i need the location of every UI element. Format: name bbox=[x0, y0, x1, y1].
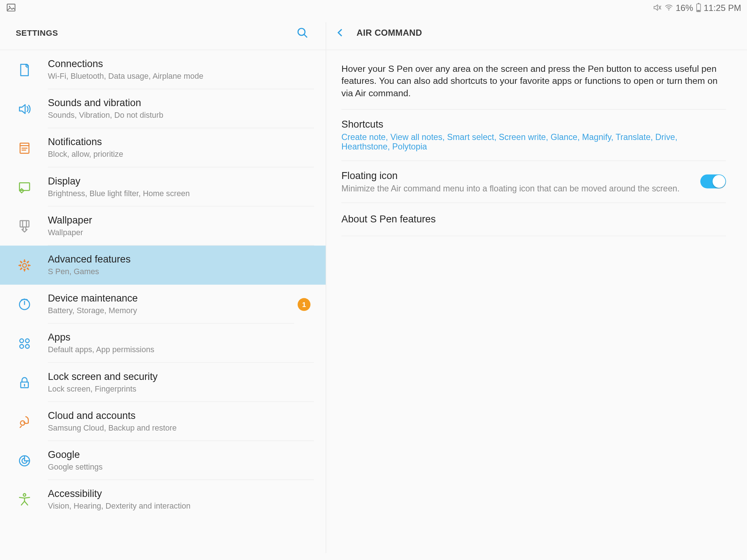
sidebar-item-apps[interactable]: AppsDefault apps, App permissions bbox=[0, 324, 326, 363]
svg-rect-16 bbox=[20, 220, 29, 226]
about-spen-row[interactable]: About S Pen features bbox=[341, 203, 726, 236]
sidebar-item-title: Sounds and vibration bbox=[48, 97, 314, 109]
floating-icon-toggle[interactable] bbox=[700, 175, 726, 188]
sidebar-item-text: DisplayBrightness, Blue light filter, Ho… bbox=[48, 176, 314, 207]
about-spen-title: About S Pen features bbox=[341, 213, 726, 225]
detail-title: AIR COMMAND bbox=[357, 27, 422, 37]
sidebar-item-title: Connections bbox=[48, 58, 314, 70]
sidebar-item-subtitle: Google settings bbox=[48, 463, 314, 471]
detail-header: AIR COMMAND bbox=[326, 15, 747, 50]
floating-icon-row[interactable]: Floating icon Minimize the Air command m… bbox=[341, 161, 726, 203]
sidebar-item-subtitle: Wi-Fi, Bluetooth, Data usage, Airplane m… bbox=[48, 72, 314, 81]
lock-icon bbox=[16, 374, 33, 390]
sidebar-item-subtitle: S Pen, Games bbox=[48, 267, 314, 276]
floating-icon-sub: Minimize the Air command menu into a flo… bbox=[341, 184, 680, 193]
detail-pane: AIR COMMAND Hover your S Pen over any ar… bbox=[326, 15, 747, 560]
sidebar-item-connections[interactable]: ConnectionsWi-Fi, Bluetooth, Data usage,… bbox=[0, 50, 326, 89]
sidebar-header: SETTINGS bbox=[0, 15, 326, 50]
wallpaper-icon bbox=[16, 218, 33, 234]
sidebar-item-title: Lock screen and security bbox=[48, 371, 314, 383]
sidebar-item-subtitle: Wallpaper bbox=[48, 228, 314, 237]
accessibility-icon bbox=[16, 491, 33, 508]
connections-icon bbox=[16, 62, 33, 78]
sidebar-item-text: Sounds and vibrationSounds, Vibration, D… bbox=[48, 97, 314, 128]
sound-icon bbox=[16, 101, 33, 117]
sidebar-item-title: Apps bbox=[48, 332, 314, 343]
maintenance-icon bbox=[16, 296, 33, 312]
mute-icon bbox=[652, 3, 662, 12]
search-button[interactable] bbox=[295, 26, 309, 39]
sidebar-item-advanced-features[interactable]: Advanced featuresS Pen, Games bbox=[0, 246, 326, 285]
sidebar-item-title: Cloud and accounts bbox=[48, 410, 314, 422]
chevron-left-icon bbox=[334, 27, 346, 38]
sidebar-item-text: NotificationsBlock, allow, prioritize bbox=[48, 136, 314, 167]
sidebar-item-device-maintenance[interactable]: Device maintenanceBattery, Storage, Memo… bbox=[0, 285, 326, 324]
svg-line-9 bbox=[304, 34, 307, 37]
sidebar-item-text: WallpaperWallpaper bbox=[48, 215, 314, 246]
sidebar-title: SETTINGS bbox=[16, 28, 58, 37]
sidebar-item-lock-screen-and-security[interactable]: Lock screen and securityLock screen, Fin… bbox=[0, 363, 326, 402]
sidebar-item-sounds-and-vibration[interactable]: Sounds and vibrationSounds, Vibration, D… bbox=[0, 89, 326, 128]
sidebar-item-text: ConnectionsWi-Fi, Bluetooth, Data usage,… bbox=[48, 58, 314, 89]
sidebar-item-subtitle: Brightness, Blue light filter, Home scre… bbox=[48, 189, 314, 198]
svg-point-4 bbox=[668, 9, 669, 11]
back-button[interactable] bbox=[334, 27, 346, 38]
svg-point-21 bbox=[20, 339, 23, 342]
svg-rect-7 bbox=[697, 10, 700, 11]
cloud-icon bbox=[16, 413, 33, 430]
sidebar-item-title: Device maintenance bbox=[48, 293, 294, 304]
google-icon bbox=[16, 452, 33, 469]
shortcuts-list: Create note, View all notes, Smart selec… bbox=[341, 132, 726, 151]
shortcuts-title: Shortcuts bbox=[341, 119, 726, 131]
battery-pct: 16% bbox=[676, 3, 693, 12]
sidebar-item-subtitle: Vision, Hearing, Dexterity and interacti… bbox=[48, 502, 314, 510]
svg-point-22 bbox=[26, 339, 29, 342]
sidebar-item-title: Display bbox=[48, 176, 314, 187]
wifi-icon bbox=[664, 3, 673, 12]
settings-sidebar: SETTINGS ConnectionsWi-Fi, Bluetooth, Da… bbox=[0, 15, 326, 560]
sidebar-item-text: Cloud and accountsSamsung Cloud, Backup … bbox=[48, 410, 314, 441]
air-command-description: Hover your S Pen over any area on the sc… bbox=[341, 63, 726, 110]
sidebar-item-title: Wallpaper bbox=[48, 215, 314, 226]
sidebar-item-wallpaper[interactable]: WallpaperWallpaper bbox=[0, 206, 326, 245]
sidebar-item-text: AppsDefault apps, App permissions bbox=[48, 332, 314, 363]
sidebar-item-title: Google bbox=[48, 449, 314, 461]
sidebar-item-text: Lock screen and securityLock screen, Fin… bbox=[48, 371, 314, 402]
category-list: ConnectionsWi-Fi, Bluetooth, Data usage,… bbox=[0, 50, 326, 519]
apps-icon bbox=[16, 335, 33, 351]
svg-rect-0 bbox=[7, 4, 15, 11]
sidebar-item-subtitle: Block, allow, prioritize bbox=[48, 150, 314, 159]
sidebar-item-google[interactable]: GoogleGoogle settings bbox=[0, 441, 326, 480]
sidebar-item-title: Advanced features bbox=[48, 254, 314, 265]
display-icon bbox=[16, 179, 33, 195]
notifications-icon bbox=[16, 140, 33, 156]
sidebar-item-title: Notifications bbox=[48, 136, 314, 148]
sidebar-item-subtitle: Samsung Cloud, Backup and restore bbox=[48, 424, 314, 432]
sidebar-item-title: Accessibility bbox=[48, 488, 314, 500]
notification-badge: 1 bbox=[298, 298, 310, 311]
sidebar-item-cloud-and-accounts[interactable]: Cloud and accountsSamsung Cloud, Backup … bbox=[0, 402, 326, 441]
svg-point-23 bbox=[20, 344, 23, 348]
sidebar-item-notifications[interactable]: NotificationsBlock, allow, prioritize bbox=[0, 128, 326, 167]
sidebar-item-text: Advanced featuresS Pen, Games bbox=[48, 254, 314, 285]
advanced-icon bbox=[16, 257, 33, 273]
search-icon bbox=[296, 26, 309, 39]
svg-point-8 bbox=[298, 28, 305, 35]
sidebar-item-subtitle: Lock screen, Fingerprints bbox=[48, 384, 314, 393]
toggle-knob bbox=[713, 175, 725, 188]
svg-point-1 bbox=[9, 6, 10, 7]
svg-rect-6 bbox=[698, 3, 699, 4]
battery-icon bbox=[696, 2, 701, 13]
sidebar-item-text: Device maintenanceBattery, Storage, Memo… bbox=[48, 293, 294, 324]
sidebar-item-subtitle: Battery, Storage, Memory bbox=[48, 306, 294, 315]
svg-point-30 bbox=[23, 494, 26, 496]
shortcuts-row[interactable]: Shortcuts Create note, View all notes, S… bbox=[341, 109, 726, 161]
sidebar-item-display[interactable]: DisplayBrightness, Blue light filter, Ho… bbox=[0, 167, 326, 206]
status-bar: 16% 11:25 PM bbox=[0, 0, 747, 15]
svg-point-24 bbox=[26, 344, 29, 348]
sidebar-item-text: AccessibilityVision, Hearing, Dexterity … bbox=[48, 488, 314, 518]
floating-icon-title: Floating icon bbox=[341, 170, 680, 182]
sidebar-item-accessibility[interactable]: AccessibilityVision, Hearing, Dexterity … bbox=[0, 480, 326, 519]
sidebar-item-subtitle: Default apps, App permissions bbox=[48, 345, 314, 354]
status-time: 11:25 PM bbox=[704, 3, 741, 12]
